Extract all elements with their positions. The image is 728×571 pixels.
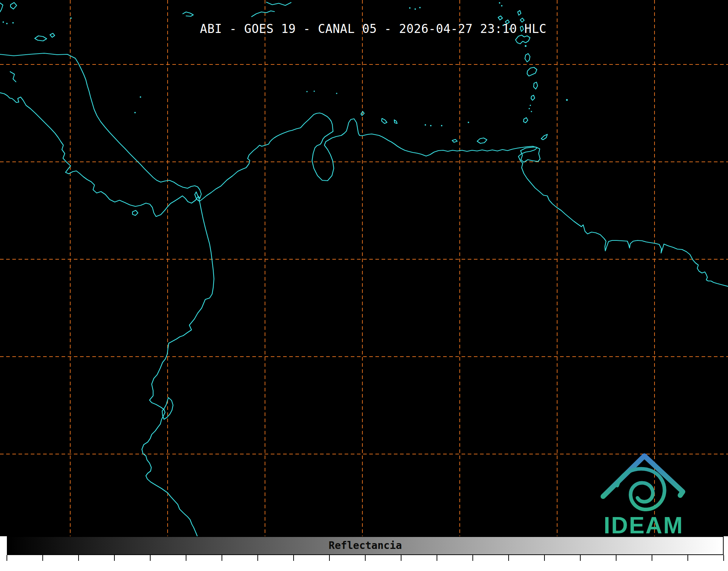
colorbar-tick [508,555,509,561]
coastlines [0,2,728,536]
product-title: ABI - GOES 19 - CANAL 05 - 2026-04-27 23… [200,22,546,36]
colorbar-tick [437,555,437,561]
colorbar-tick [472,555,473,561]
island-tobago [541,134,547,140]
colorbar-tick [544,555,545,561]
island-margarita [477,138,487,143]
colorbar-tick [329,555,330,561]
islands-honduras-belize [0,3,55,82]
map-canvas [0,0,728,571]
ideam-logo-text: IDEAM [603,512,683,539]
logo-roof-icon [603,456,683,496]
colorbar-tick [7,555,7,561]
colorbar-tick [723,555,724,561]
ideam-logo [603,456,683,509]
latlon-grid [0,0,728,536]
islands-abc [361,112,397,123]
logo-hurricane-spiral-icon [617,469,665,509]
satellite-image-viewport: ABI - GOES 19 - CANAL 05 - 2026-04-27 23… [0,0,728,571]
island-coiba [132,210,138,215]
island-tortuga [452,139,457,142]
colorbar-tick [186,555,186,561]
colorbar-tick [114,555,115,561]
colorbar-tick [365,555,366,561]
islands-greater-antilles-fragments [183,2,291,17]
colorbar-tick [222,555,222,561]
colorbar-tick [78,555,79,561]
colorbar-title: Reflectancia [329,539,402,551]
colorbar-tick [42,555,43,561]
colorbar-tick [652,555,652,561]
colorbar-tick [687,555,688,561]
colorbar-tick [257,555,258,561]
colorbar-tick [616,555,617,561]
colorbar-tick [580,555,581,561]
colorbar-tick [401,555,401,561]
coastline-pacific-mainland [0,93,214,536]
coastline-caribbean-mainland [0,53,728,286]
island-trinidad [521,147,540,162]
colorbar-tick [293,555,294,561]
colorbar-tick [150,555,151,561]
